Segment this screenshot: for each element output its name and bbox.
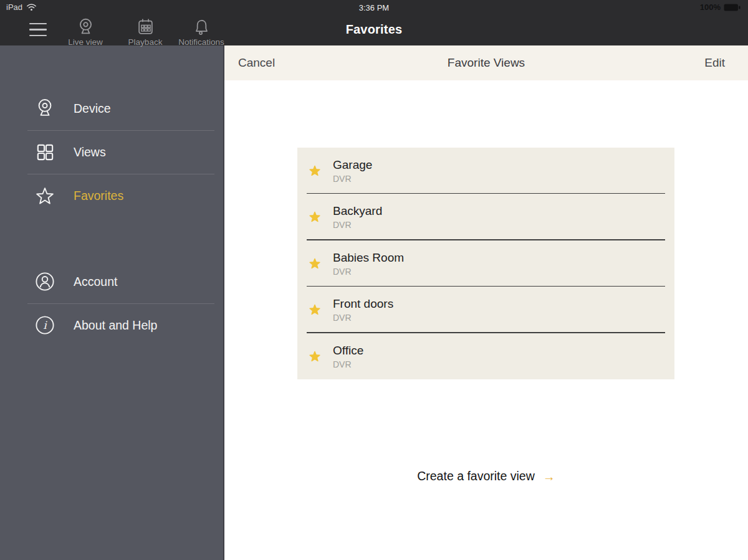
sidebar-item-favorites[interactable]: Favorites	[0, 174, 223, 217]
nav-item-label: Notifications	[178, 37, 224, 47]
star-icon	[308, 349, 322, 363]
battery-percent: 100%	[700, 2, 721, 12]
nav-item-label: Live view	[68, 37, 103, 47]
favorite-name: Backyard	[333, 204, 382, 218]
sidebar-item-device[interactable]: Device	[0, 87, 223, 130]
favorite-row-babies-room[interactable]: Babies Room DVR	[297, 240, 674, 287]
svg-text:i: i	[43, 319, 47, 331]
content-toolbar: Cancel Favorite Views Edit	[224, 45, 748, 80]
sidebar-item-account[interactable]: Account	[0, 260, 223, 303]
battery-icon	[724, 4, 741, 11]
page-title: Favorites	[0, 22, 748, 37]
sidebar-item-label: Account	[74, 275, 117, 289]
favorite-type: DVR	[333, 313, 393, 323]
app-screen: iPad 3:36 PM 100%	[0, 0, 748, 560]
toolbar-title: Favorite Views	[224, 45, 748, 80]
create-favorite-view-link[interactable]: Create a favorite view →	[224, 469, 748, 483]
star-icon	[308, 210, 322, 224]
status-time: 3:36 PM	[0, 3, 748, 12]
sidebar-item-label: Device	[74, 102, 111, 116]
favorite-name: Garage	[333, 158, 372, 172]
star-icon	[308, 257, 322, 270]
favorite-type: DVR	[333, 267, 404, 277]
favorite-row-office[interactable]: Office DVR	[297, 333, 674, 379]
nav-item-label: Playback	[128, 37, 163, 47]
arrow-right-icon: →	[543, 470, 555, 483]
status-right: 100%	[700, 2, 741, 12]
favorite-row-garage[interactable]: Garage DVR	[297, 148, 674, 194]
star-icon	[308, 303, 322, 316]
favorite-type: DVR	[333, 174, 372, 184]
favorite-name: Front doors	[333, 297, 393, 311]
sidebar-item-label: Favorites	[74, 189, 123, 203]
star-icon	[34, 184, 56, 207]
favorite-row-backyard[interactable]: Backyard DVR	[297, 194, 674, 240]
grid-icon	[34, 141, 56, 163]
sidebar-item-label: About and Help	[74, 318, 157, 333]
sidebar-item-label: Views	[74, 145, 106, 159]
sidebar: Device Views Favorites	[0, 45, 224, 560]
main-content: Cancel Favorite Views Edit Garage DVR	[224, 45, 748, 560]
sidebar-item-about-help[interactable]: i About and Help	[0, 303, 223, 347]
favorites-list: Garage DVR Backyard DVR	[297, 148, 674, 379]
top-header: iPad 3:36 PM 100%	[0, 0, 748, 45]
edit-button[interactable]: Edit	[704, 45, 725, 80]
webcam-icon	[34, 97, 56, 120]
favorite-type: DVR	[333, 359, 363, 369]
person-icon	[34, 270, 56, 293]
sidebar-item-views[interactable]: Views	[0, 130, 223, 174]
favorite-row-front-doors[interactable]: Front doors DVR	[297, 287, 674, 333]
favorite-name: Office	[333, 344, 363, 358]
create-favorite-view-label: Create a favorite view	[417, 469, 535, 483]
info-icon: i	[34, 314, 56, 336]
favorite-type: DVR	[333, 220, 382, 230]
star-icon	[308, 164, 322, 178]
favorite-name: Babies Room	[333, 251, 404, 265]
